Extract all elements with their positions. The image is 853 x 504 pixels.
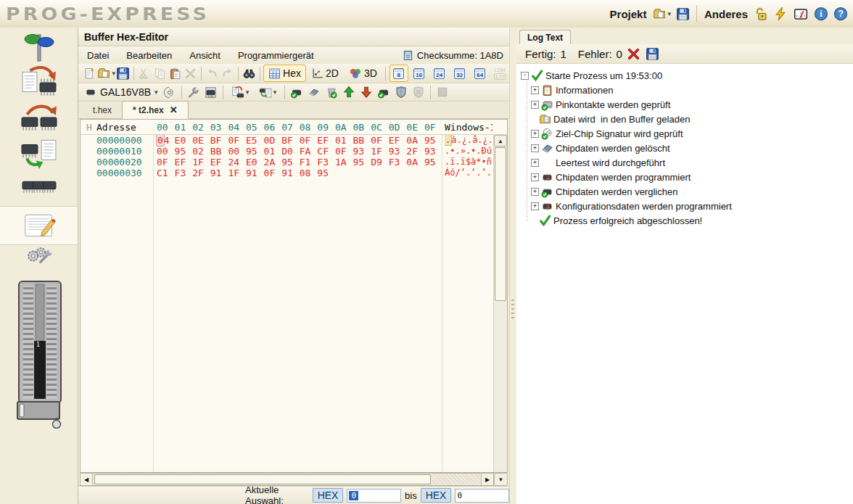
log-tree-item[interactable]: +Chipdaten werden gelöscht: [521, 141, 852, 155]
erase-button[interactable]: [305, 84, 323, 100]
hex-byte[interactable]: BB: [210, 146, 228, 157]
log-tree-item[interactable]: Datei wird in den Buffer geladen: [521, 112, 852, 126]
hex-byte[interactable]: CF: [317, 146, 335, 157]
hex-row[interactable]: 000000200FEF1FEF24E02A95F1F31A95D9F30A95…: [81, 157, 493, 168]
hex-byte[interactable]: 2F: [406, 146, 424, 157]
read-button[interactable]: [358, 84, 375, 100]
hex-byte[interactable]: 95: [424, 135, 442, 146]
hex-byte[interactable]: 95: [317, 168, 335, 178]
hex-byte[interactable]: E0: [246, 157, 264, 168]
info-button[interactable]: i: [813, 6, 829, 22]
save-file-button[interactable]: [115, 65, 131, 81]
view-3d-toggle[interactable]: 3D: [344, 65, 382, 82]
hex-base-button-to[interactable]: HEX: [421, 488, 452, 503]
sidebar-item-wizard[interactable]: [0, 32, 78, 64]
hex-byte[interactable]: 1F: [371, 146, 389, 157]
horizontal-scroll-track[interactable]: [93, 474, 481, 485]
hex-byte[interactable]: 08: [300, 168, 318, 178]
sidebar-item-copy-chip[interactable]: [0, 100, 78, 135]
ascii-cell[interactable]: .ï.ï$à*•ñó.•Ùó.•: [445, 157, 491, 168]
hex-byte[interactable]: F1: [300, 157, 318, 168]
check-signature-button[interactable]: [288, 84, 305, 100]
log-tree-item[interactable]: +Ziel-Chip Signatur wird geprüft: [521, 126, 852, 141]
menu-datei[interactable]: Datei: [78, 48, 118, 63]
hex-byte[interactable]: 1F: [192, 157, 210, 168]
hex-byte[interactable]: 00: [157, 146, 175, 157]
hex-byte[interactable]: 0E: [192, 135, 210, 146]
hex-byte[interactable]: F3: [317, 157, 335, 168]
hex-byte[interactable]: 0F: [371, 135, 389, 146]
unprotect-button[interactable]: [410, 84, 427, 100]
hex-byte[interactable]: 24: [228, 157, 246, 168]
hex-row[interactable]: 00000010009502BB009501D0FACF0F931F932F93…: [81, 146, 493, 157]
tab-t-hex[interactable]: t.hex: [83, 102, 122, 118]
expand-icon[interactable]: +: [531, 144, 539, 152]
new-file-button[interactable]: [81, 65, 96, 81]
expand-icon[interactable]: +: [531, 86, 539, 94]
expand-icon[interactable]: +: [531, 173, 539, 181]
hex-byte[interactable]: D9: [371, 157, 389, 168]
hex-byte[interactable]: 04: [157, 135, 175, 146]
width-16-button[interactable]: 16: [410, 65, 429, 82]
sidebar-item-file-to-chip[interactable]: [0, 65, 78, 100]
log-tree-item[interactable]: +Konfigurationsdaten werden programmiert: [521, 199, 852, 213]
lh-order-button[interactable]: 1234L H: [490, 65, 509, 81]
auto-program-button[interactable]: ▾: [226, 84, 254, 100]
hex-cursor[interactable]: 0: [156, 135, 165, 146]
hex-byte[interactable]: 1A: [335, 157, 353, 168]
hex-byte[interactable]: 95: [424, 157, 442, 168]
hex-byte[interactable]: EF: [317, 135, 335, 146]
expand-icon[interactable]: +: [531, 101, 539, 109]
hex-byte[interactable]: 91: [210, 168, 228, 178]
hex-grid-body[interactable]: 0000000004E00EBF0FE50DBF0FEF01BB0FEF0A95…: [81, 135, 493, 472]
program-button[interactable]: [340, 84, 358, 100]
expand-icon[interactable]: +: [531, 188, 539, 196]
hex-byte[interactable]: F3: [175, 168, 193, 178]
hex-byte[interactable]: BF: [281, 135, 300, 146]
hex-byte[interactable]: 2F: [192, 168, 210, 178]
width-64-button[interactable]: 64: [471, 65, 490, 82]
hex-byte[interactable]: 0F: [228, 135, 246, 146]
hex-byte[interactable]: 2A: [264, 157, 282, 168]
ascii-cursor[interactable]: .: [445, 135, 452, 146]
hex-byte[interactable]: 95: [353, 157, 371, 168]
hex-byte[interactable]: E0: [175, 135, 193, 146]
hex-byte[interactable]: 95: [175, 146, 193, 157]
hex-base-button-from[interactable]: HEX: [313, 488, 344, 503]
blank-check-button[interactable]: [323, 84, 340, 100]
selection-from-input[interactable]: 0: [347, 489, 401, 503]
hex-byte[interactable]: FA: [300, 146, 318, 157]
close-tab-icon[interactable]: ✕: [170, 104, 178, 115]
hex-byte[interactable]: 0A: [406, 157, 424, 168]
flash-button[interactable]: [772, 6, 788, 22]
expand-icon[interactable]: +: [531, 130, 539, 138]
hex-byte[interactable]: 01: [264, 146, 282, 157]
auto-read-button[interactable]: ▾: [254, 84, 281, 100]
expand-icon[interactable]: +: [531, 202, 539, 210]
menu-programmiergeraet[interactable]: Programmiergerät: [229, 48, 323, 63]
expand-icon[interactable]: +: [531, 159, 539, 167]
sidebar-item-chip-to-file[interactable]: [0, 135, 78, 170]
hex-grid[interactable]: H Adresse 000102030405060708090A0B0C0D0E…: [80, 119, 508, 473]
redo-button[interactable]: [220, 65, 235, 81]
tab-log-text[interactable]: Log Text: [519, 30, 571, 45]
hex-byte[interactable]: 91: [246, 168, 264, 178]
hex-byte[interactable]: BF: [210, 135, 228, 146]
stop-button[interactable]: [434, 84, 451, 100]
verify-button[interactable]: [375, 84, 392, 100]
hex-byte[interactable]: 0A: [406, 135, 424, 146]
horizontal-scroll-thumb[interactable]: [94, 474, 431, 484]
scroll-up-icon[interactable]: ▲: [494, 135, 507, 146]
scroll-left-icon[interactable]: ◀: [81, 474, 93, 485]
log-tree-item[interactable]: +Informationen: [521, 83, 852, 97]
log-tree-item[interactable]: +Chipdaten werden verglichen: [521, 184, 852, 199]
sidebar-item-buffer-editor[interactable]: [0, 206, 78, 245]
hex-byte[interactable]: 02: [192, 146, 210, 157]
hex-byte[interactable]: 0F: [300, 135, 318, 146]
paste-button[interactable]: [168, 65, 183, 81]
hex-byte[interactable]: 91: [281, 168, 300, 178]
cut-button[interactable]: [137, 65, 152, 81]
vertical-scrollbar[interactable]: ▲: [493, 135, 507, 472]
ascii-cell[interactable]: .•.».•.ÐúÏ.“.“/“: [445, 146, 491, 157]
hex-byte[interactable]: 1F: [228, 168, 246, 178]
